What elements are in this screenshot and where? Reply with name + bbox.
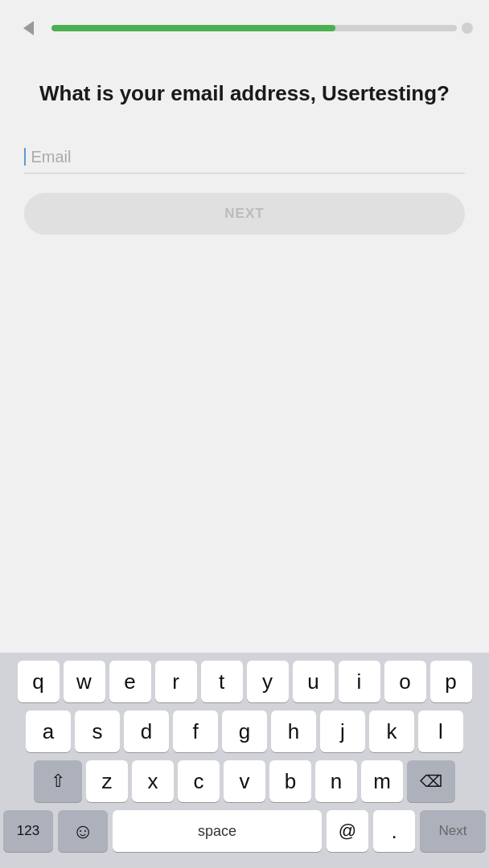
keyboard: q w e r t y u i o p a s d f g h j k l ⇧ … — [0, 653, 489, 868]
email-input-wrapper[interactable]: Email — [24, 148, 465, 174]
key-q[interactable]: q — [18, 661, 60, 702]
key-x[interactable]: x — [132, 760, 174, 802]
cursor-icon — [24, 148, 26, 166]
keyboard-row-2: a s d f g h j k l — [3, 710, 486, 752]
keyboard-row-1: q w e r t y u i o p — [3, 661, 486, 702]
key-g[interactable]: g — [222, 710, 267, 752]
page-title: What is your email address, Usertesting? — [32, 80, 457, 108]
progress-track — [51, 25, 457, 31]
key-c[interactable]: c — [178, 760, 220, 802]
keyboard-row-4: 123 ☺ space @ . Next — [3, 810, 486, 860]
key-d[interactable]: d — [124, 710, 169, 752]
key-o[interactable]: o — [384, 661, 426, 702]
at-key[interactable]: @ — [327, 810, 368, 852]
key-u[interactable]: u — [293, 661, 335, 702]
key-y[interactable]: y — [247, 661, 289, 702]
back-icon — [23, 21, 34, 35]
key-l[interactable]: l — [418, 710, 463, 752]
key-v[interactable]: v — [224, 760, 265, 802]
emoji-key[interactable]: ☺ — [58, 810, 108, 852]
key-m[interactable]: m — [361, 760, 403, 802]
input-area: Email NEXT — [16, 148, 473, 235]
key-k[interactable]: k — [369, 710, 414, 752]
title-area: What is your email address, Usertesting? — [16, 80, 473, 108]
keyboard-next-key[interactable]: Next — [420, 810, 486, 852]
email-placeholder: Email — [31, 148, 71, 166]
key-f[interactable]: f — [173, 710, 218, 752]
key-e[interactable]: e — [109, 661, 151, 702]
progress-fill — [51, 25, 335, 31]
key-p[interactable]: p — [430, 661, 472, 702]
key-t[interactable]: t — [201, 661, 243, 702]
key-w[interactable]: w — [64, 661, 105, 702]
key-i[interactable]: i — [339, 661, 380, 702]
shift-key[interactable]: ⇧ — [34, 760, 82, 802]
next-button[interactable]: NEXT — [24, 193, 465, 235]
progress-dot — [462, 23, 473, 34]
back-button[interactable] — [16, 16, 40, 40]
key-n[interactable]: n — [315, 760, 357, 802]
key-h[interactable]: h — [271, 710, 316, 752]
numbers-key[interactable]: 123 — [3, 810, 53, 852]
key-j[interactable]: j — [320, 710, 365, 752]
key-a[interactable]: a — [26, 710, 71, 752]
key-b[interactable]: b — [269, 760, 311, 802]
key-r[interactable]: r — [155, 661, 197, 702]
header-row — [16, 0, 473, 40]
period-key[interactable]: . — [373, 810, 415, 852]
keyboard-row-3: ⇧ z x c v b n m ⌫ — [3, 760, 486, 802]
backspace-key[interactable]: ⌫ — [407, 760, 455, 802]
key-s[interactable]: s — [75, 710, 120, 752]
space-key[interactable]: space — [113, 810, 322, 852]
key-z[interactable]: z — [86, 760, 128, 802]
